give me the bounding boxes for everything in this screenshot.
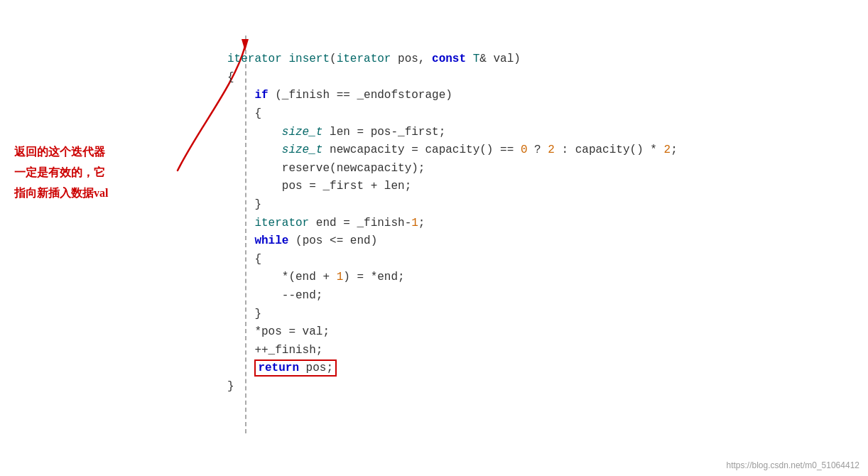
code-line-iterator-end: iterator end = _finish-1; xyxy=(227,217,425,229)
code-line-return: return pos; xyxy=(227,359,337,377)
code-line-if: if (_finish == _endofstorage) xyxy=(227,89,452,102)
code-line-brace2: { xyxy=(227,107,261,120)
annotation-line3: 指向新插入数据val xyxy=(14,183,108,204)
code-line-move: *(end + 1) = *end; xyxy=(227,271,405,283)
code-block: iterator insert(iterator pos, const T& v… xyxy=(227,14,854,414)
code-line-while: while (pos <= end) xyxy=(227,234,377,247)
code-line-pos-val: *pos = val; xyxy=(227,325,330,338)
code-line-sizet2: size_t newcapacity = capacity() == 0 ? 2… xyxy=(227,144,678,156)
annotation-box: 返回的这个迭代器 一定是有效的，它 指向新插入数据val xyxy=(14,142,108,203)
code-line-brace3: } xyxy=(227,198,261,211)
code-line-brace6: } xyxy=(227,380,234,393)
code-line-brace5: } xyxy=(227,308,261,320)
watermark: https://blog.csdn.net/m0_51064412 xyxy=(727,460,859,470)
annotation-line2: 一定是有效的，它 xyxy=(14,163,108,183)
code-line-sizet1: size_t len = pos-_first; xyxy=(227,126,445,139)
code-line-pos-assign: pos = _first + len; xyxy=(227,180,411,193)
code-line-signature: iterator insert(iterator pos, const T& v… xyxy=(227,53,521,65)
annotation-line1: 返回的这个迭代器 xyxy=(14,142,108,163)
code-line-brace1: { xyxy=(227,71,234,84)
code-line-reserve: reserve(newcapacity); xyxy=(227,162,425,175)
code-line-finish: ++_finish; xyxy=(227,344,322,357)
main-container: 返回的这个迭代器 一定是有效的，它 指向新插入数据val iterator in… xyxy=(0,0,868,476)
code-line-decend: --end; xyxy=(227,289,322,302)
code-line-brace4: { xyxy=(227,253,261,266)
code-area: iterator insert(iterator pos, const T& v… xyxy=(227,14,854,448)
